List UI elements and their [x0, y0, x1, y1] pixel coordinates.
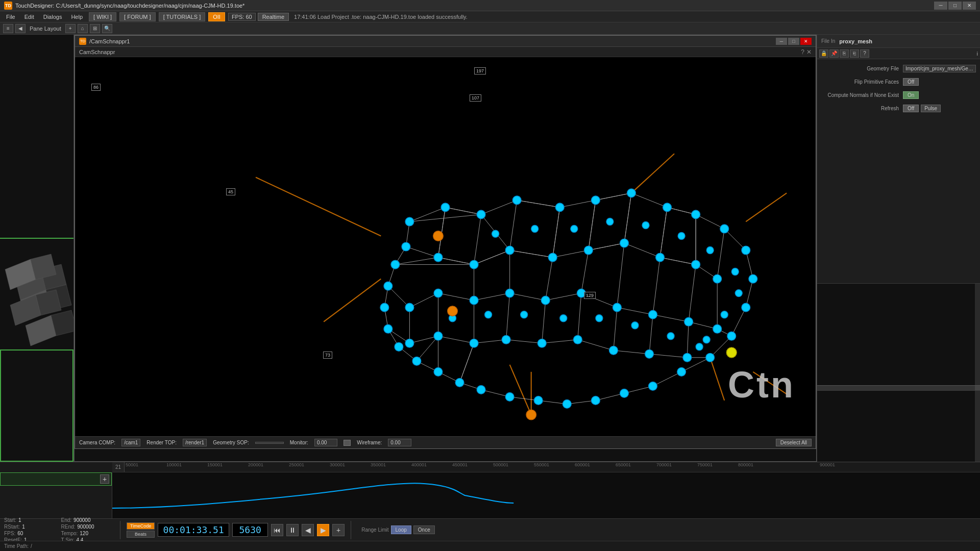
forum-link[interactable]: [ FORUM ]: [119, 12, 156, 21]
svg-marker-6: [26, 315, 56, 346]
svg-line-17: [753, 372, 787, 394]
transport-end-btn[interactable]: +: [332, 524, 345, 536]
geometry-sop-value[interactable]: [255, 442, 284, 444]
rt-copy-btn[interactable]: ⎘: [840, 49, 849, 58]
panel-close-btn[interactable]: ✕: [806, 48, 812, 56]
svg-point-150: [505, 392, 514, 401]
right-resize-handle: [817, 385, 980, 390]
time-path-value: /: [31, 543, 32, 549]
transport-pause-btn[interactable]: ⏸: [286, 524, 299, 536]
stat-tempo: Tempo: 120: [61, 531, 114, 536]
toolbar-back-btn[interactable]: ◀: [15, 24, 26, 33]
svg-point-155: [395, 342, 403, 351]
svg-line-103: [506, 340, 542, 343]
rt-lock-btn[interactable]: 🔒: [819, 49, 828, 58]
maximize-button[interactable]: □: [948, 2, 962, 10]
stat-rend: REnd: 900000: [61, 524, 114, 530]
panel-help-close: ? ✕: [801, 48, 812, 56]
svg-point-138: [720, 224, 729, 233]
rt-pin-btn[interactable]: 📌: [829, 49, 839, 58]
refresh-pulse-btn[interactable]: Pulse: [921, 105, 941, 112]
timeline-ruler: 21 50001 100001 150001 200001 250001 300…: [112, 462, 980, 472]
bottom-section: 21 50001 100001 150001 200001 250001 300…: [0, 462, 980, 551]
svg-line-118: [517, 200, 560, 207]
rt-paste-btn[interactable]: ⎗: [850, 49, 859, 58]
deselect-all-btn[interactable]: Deselect All: [776, 439, 812, 446]
svg-point-130: [441, 203, 450, 212]
render-top-value[interactable]: /render1: [183, 439, 207, 446]
window-minimize[interactable]: ─: [776, 38, 787, 45]
tick-500001: 500001: [492, 462, 508, 467]
realtime-button[interactable]: Realtime: [258, 13, 289, 21]
transport-play-btn[interactable]: ▶: [317, 524, 329, 536]
title-bar-controls: ─ □ ✕: [934, 2, 976, 10]
tutorials-link[interactable]: [ TUTORIALS ]: [159, 12, 206, 21]
wiki-link[interactable]: [ WIKI ]: [89, 12, 116, 21]
svg-line-96: [614, 308, 617, 350]
svg-line-59: [717, 229, 724, 279]
svg-line-119: [553, 207, 560, 257]
svg-point-189: [492, 230, 499, 237]
add-track-btn[interactable]: +: [100, 474, 109, 484]
menu-edit[interactable]: Edit: [20, 12, 38, 22]
svg-line-87: [653, 258, 660, 315]
fps-stat-label: FPS:: [4, 531, 15, 536]
loop-btn[interactable]: Loop: [391, 525, 411, 534]
frame-display[interactable]: 5630: [232, 523, 268, 537]
resize-corner[interactable]: [975, 386, 980, 391]
toolbar-menu-btn[interactable]: ≡: [3, 24, 13, 33]
panel-help-btn[interactable]: ?: [801, 48, 804, 56]
refresh-off-btn[interactable]: Off: [903, 105, 919, 112]
node-label-73: 73: [323, 352, 332, 359]
menu-help[interactable]: Help: [67, 12, 87, 22]
camera-comp-value[interactable]: /cam1: [121, 439, 140, 446]
minimize-button[interactable]: ─: [934, 2, 947, 10]
svg-point-180: [405, 339, 414, 347]
toolbar-home-btn[interactable]: ⌂: [78, 24, 88, 33]
toolbar-search-btn[interactable]: 🔍: [102, 24, 112, 33]
right-params: Geometry File Import/cjm_proxy_mesh/Geo/…: [817, 59, 980, 283]
monitor-value[interactable]: 0.00: [314, 439, 337, 446]
svg-point-167: [656, 253, 665, 262]
timecode-display[interactable]: 00:01:33.51: [158, 523, 229, 537]
flip-prim-value[interactable]: Off: [903, 78, 919, 86]
menu-file[interactable]: File: [2, 12, 19, 22]
svg-point-156: [384, 324, 393, 333]
camera-comp-label: Camera COMP:: [79, 440, 115, 445]
right-scrollbar1[interactable]: [975, 284, 980, 385]
stats-panel: Start: 1 End: 900000 RStart: 1 REnd: 900…: [4, 516, 114, 544]
rt-help-btn[interactable]: ?: [860, 49, 869, 58]
svg-point-176: [613, 303, 622, 312]
frame-indicator: 21: [112, 462, 125, 472]
title-bar: TD TouchDesigner: C:/Users/t_dunng/sync/…: [0, 0, 980, 11]
svg-line-88: [689, 265, 696, 322]
title-bar-text: TouchDesigner: C:/Users/t_dunng/sync/naa…: [15, 3, 244, 9]
geometry-sop-label: Geometry SOP:: [213, 440, 249, 445]
timeline-right-area[interactable]: [112, 472, 980, 518]
svg-point-174: [541, 296, 550, 305]
menu-dialogs[interactable]: Dialogs: [39, 12, 66, 22]
svg-point-199: [703, 336, 710, 343]
toolbar-add-btn[interactable]: +: [65, 24, 76, 33]
svg-point-194: [678, 232, 685, 239]
svg-point-131: [477, 210, 485, 219]
transport-start-btn[interactable]: ⏮: [271, 524, 283, 536]
right-scrollbar2[interactable]: [975, 391, 980, 462]
window-close[interactable]: ✕: [800, 38, 812, 45]
once-btn[interactable]: Once: [413, 525, 435, 534]
toolbar-grid-btn[interactable]: ⊞: [90, 24, 100, 33]
svg-point-184: [537, 339, 546, 347]
stat-start: Start: 1: [4, 517, 57, 523]
node-name: proxy_mesh: [839, 38, 872, 44]
timecode-btn[interactable]: TimeCode: [127, 522, 155, 530]
geometry-file-value[interactable]: Import/cjm_proxy_mesh/Geo/pr: [903, 65, 976, 72]
svg-line-15: [631, 154, 674, 193]
svg-point-173: [505, 289, 514, 297]
rend-value: 900000: [77, 524, 94, 530]
close-button[interactable]: ✕: [963, 2, 976, 10]
wireframe-value[interactable]: 0.00: [388, 439, 411, 446]
beats-btn[interactable]: Beats: [127, 531, 155, 538]
compute-normals-value[interactable]: On: [903, 91, 919, 99]
transport-back-btn[interactable]: ◀: [302, 524, 314, 536]
window-maximize[interactable]: □: [788, 38, 799, 45]
